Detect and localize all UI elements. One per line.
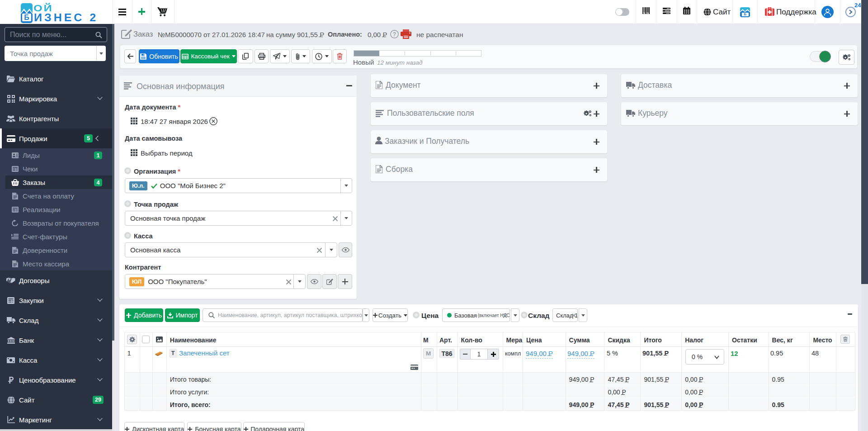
svg-text:?: ? <box>393 31 396 38</box>
